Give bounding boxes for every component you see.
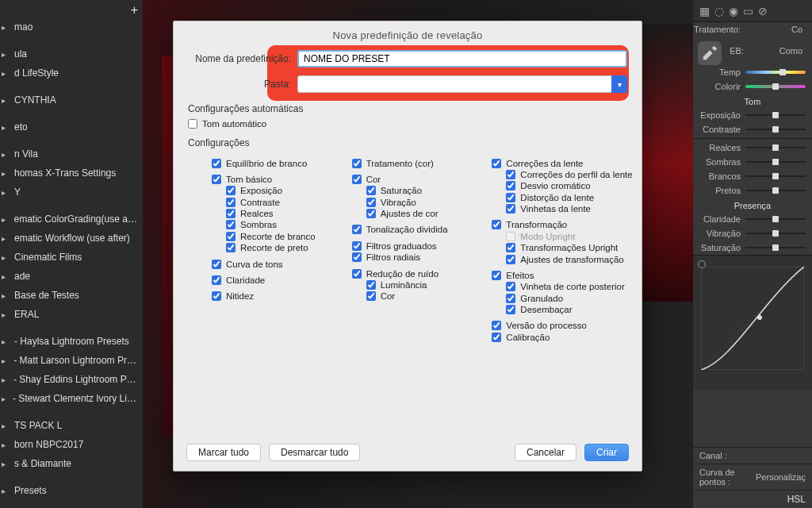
- tone-curve[interactable]: [693, 255, 812, 390]
- chk-color[interactable]: Cor: [352, 174, 480, 185]
- sidebar-item[interactable]: ▸mao: [0, 17, 143, 37]
- settings-title: Configurações: [188, 137, 627, 148]
- chk-lens-corrections[interactable]: Correções da lente: [492, 157, 619, 168]
- chk-tone-curve[interactable]: Curva de tons: [212, 258, 339, 269]
- chk-highlights[interactable]: Realces: [212, 208, 339, 219]
- sidebar-item[interactable]: ▸CYNTHIA: [0, 90, 143, 110]
- sidebar-item[interactable]: ▸Y: [0, 183, 143, 202]
- sidebar-item[interactable]: ▸Presets: [0, 481, 143, 500]
- auto-tone-label: Tom automático: [202, 119, 266, 129]
- chk-process-version[interactable]: Versão do processo: [492, 320, 619, 331]
- chk-effects[interactable]: Efeitos: [492, 270, 619, 281]
- chk-distortion[interactable]: Distorção da lente: [492, 192, 619, 203]
- sidebar-item[interactable]: ▸eto: [0, 117, 143, 137]
- hsl-panel-header[interactable]: HSL: [693, 490, 812, 508]
- chk-exposure[interactable]: Exposição: [212, 185, 339, 196]
- eb-value[interactable]: Como: [749, 46, 806, 56]
- auto-tone-check[interactable]: Tom automático: [188, 118, 627, 129]
- cancel-button[interactable]: Cancelar: [515, 444, 576, 461]
- chk-radial-filters[interactable]: Filtros radiais: [352, 252, 480, 263]
- sidebar-item[interactable]: ▸ula: [0, 44, 143, 64]
- slider-exposição[interactable]: Exposição: [693, 108, 812, 122]
- chk-split-toning[interactable]: Tonalização dividida: [352, 224, 480, 235]
- chk-post-crop-vignette[interactable]: Vinheta de corte posterior: [492, 281, 619, 292]
- plus-icon[interactable]: +: [131, 3, 138, 17]
- sidebar-item[interactable]: ▸- Shay Eddins Lightroom Presets: [0, 370, 143, 389]
- sidebar-item[interactable]: ▸s & Diamante: [0, 454, 143, 473]
- chk-clarity[interactable]: Claridade: [212, 275, 339, 286]
- circle-icon[interactable]: ◌: [714, 5, 724, 17]
- slider-sombras[interactable]: Sombras: [693, 155, 812, 169]
- chk-shadows[interactable]: Sombras: [212, 219, 339, 230]
- chevron-down-icon[interactable]: ▾: [611, 75, 627, 93]
- chk-transform[interactable]: Transformação: [492, 219, 619, 230]
- rect-icon[interactable]: ▭: [743, 5, 753, 17]
- mark-all-button[interactable]: Marcar tudo: [186, 444, 261, 461]
- sidebar-item[interactable]: ▸d LifeStyle: [0, 64, 143, 83]
- chk-color-nr[interactable]: Cor: [352, 291, 480, 302]
- chk-calibration[interactable]: Calibração: [492, 332, 619, 343]
- folder-select[interactable]: [297, 75, 627, 93]
- chk-luminance[interactable]: Luminância: [352, 279, 480, 291]
- chk-white-balance[interactable]: Equilíbrio de branco: [212, 157, 339, 168]
- crop-icon[interactable]: ▦: [699, 5, 710, 17]
- unmark-all-button[interactable]: Desmarcar tudo: [269, 444, 360, 461]
- curve-points-label: Curva de pontos :: [699, 468, 756, 487]
- sidebar-item[interactable]: ▸- Haylsa Lightroom Presets: [0, 332, 143, 351]
- chk-lens-profile[interactable]: Correções do perfil da lente: [492, 169, 619, 180]
- chk-upright-mode: Modo Upright: [492, 231, 619, 242]
- chk-chromatic[interactable]: Desvio cromático: [492, 180, 619, 191]
- slider-temp[interactable]: Temp: [693, 65, 812, 79]
- chk-noise-reduction[interactable]: Redução de ruído: [352, 267, 480, 279]
- chk-white-clip[interactable]: Recorte de branco: [212, 231, 339, 242]
- slider-contraste[interactable]: Contraste: [693, 122, 812, 137]
- chk-black-clip[interactable]: Recorte de preto: [212, 242, 339, 253]
- target-icon[interactable]: ◉: [729, 5, 738, 17]
- sidebar-item: [0, 202, 143, 210]
- preset-name-input[interactable]: [297, 50, 627, 67]
- chk-vignetting[interactable]: Vinhetas da lente: [492, 203, 619, 214]
- sidebar-item[interactable]: ▸n Vila: [0, 144, 143, 164]
- chk-upright-transforms[interactable]: Transformações Upright: [492, 242, 619, 253]
- chk-dehaze[interactable]: Desembaçar: [492, 304, 619, 315]
- create-button[interactable]: Criar: [584, 444, 629, 461]
- chk-basic-tone[interactable]: Tom básico: [212, 174, 339, 185]
- brush-icon[interactable]: ⊘: [758, 5, 768, 17]
- chk-sharpness[interactable]: Nitidez: [212, 291, 339, 302]
- slider-brancos[interactable]: Brancos: [693, 169, 812, 183]
- sidebar-item: [0, 324, 143, 332]
- sidebar-item: [0, 37, 143, 44]
- slider-colorir[interactable]: Colorir: [693, 79, 812, 94]
- chk-contrast[interactable]: Contraste: [212, 197, 339, 208]
- chk-saturation[interactable]: Saturação: [352, 185, 480, 196]
- sidebar-item: [0, 408, 143, 416]
- sidebar-item[interactable]: ▸homas X-Trans Settings: [0, 164, 143, 183]
- sidebar-item[interactable]: ▸ade: [0, 267, 143, 286]
- slider-saturação[interactable]: Saturação: [693, 241, 812, 255]
- sidebar-item[interactable]: ▸ematic ColorGrading(use after): [0, 210, 143, 229]
- chk-color-adjust[interactable]: Ajustes de cor: [352, 208, 480, 219]
- treatment-row[interactable]: Tratamento: Co: [693, 22, 812, 37]
- sidebar-item[interactable]: ▸born NBPC2017: [0, 435, 143, 454]
- slider-pretos[interactable]: Pretos: [693, 183, 812, 198]
- slider-realces[interactable]: Realces: [693, 140, 812, 155]
- sidebar-item[interactable]: ▸ematic Workflow (use after): [0, 229, 143, 248]
- sidebar-item[interactable]: ▸Base de Testes: [0, 286, 143, 305]
- sidebar-item[interactable]: ▸TS PACK L: [0, 416, 143, 435]
- sidebar-item[interactable]: ▸Cinematic Films: [0, 248, 143, 267]
- slider-vibração[interactable]: Vibração: [693, 226, 812, 241]
- chk-vibrance[interactable]: Vibração: [352, 197, 480, 208]
- sidebar-item[interactable]: ▸- Stewart Clementz Ivory Lightroom…: [0, 389, 143, 408]
- chk-transform-adjust[interactable]: Ajustes de transformação: [492, 253, 619, 264]
- chk-grain[interactable]: Granulado: [492, 293, 619, 304]
- curve-points-row[interactable]: Curva de pontos : Personalizaç: [693, 464, 812, 490]
- channel-row[interactable]: Canal :: [693, 447, 812, 464]
- chk-treatment[interactable]: Tratamento (cor): [352, 157, 480, 168]
- sidebar-item[interactable]: ▸ERAL: [0, 305, 143, 324]
- dialog-footer: Marcar tudo Desmarcar tudo Cancelar Cria…: [174, 434, 642, 471]
- slider-claridade[interactable]: Claridade: [693, 212, 812, 226]
- sidebar-item: [0, 83, 143, 90]
- sidebar-item[interactable]: ▸- Matt Larson Lightroom Presets: [0, 351, 143, 370]
- chk-graduated-filters[interactable]: Filtros graduados: [352, 241, 480, 252]
- eyedropper-icon[interactable]: [698, 41, 722, 65]
